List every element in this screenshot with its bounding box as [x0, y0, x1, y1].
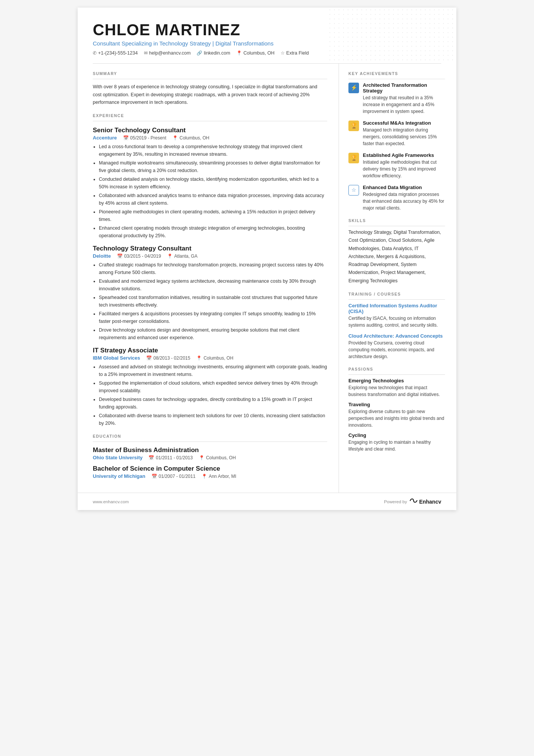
location-icon-1: 📍 [172, 135, 178, 141]
achievement-desc-1: Led strategy that resulted in a 35% incr… [363, 94, 445, 115]
star-icon: ☆ [351, 188, 356, 193]
phone-icon: ✆ [93, 50, 97, 56]
job-title-3: IT Strategy Associate [93, 347, 327, 354]
achievement-icon-box-4: ☆ [348, 185, 359, 196]
job-dates-3: 📅 08/2013 - 02/2015 [146, 355, 190, 361]
training-label: TRAINING / COURSES [348, 292, 445, 296]
calendar-icon-edu-1: 📅 [148, 455, 154, 460]
bullet-1-3: Conducted detailed analysis on technolog… [99, 175, 327, 191]
email-icon: ✉ [144, 50, 148, 56]
bullet-1-4: Collaborated with advanced analytics tea… [99, 192, 327, 207]
achievement-desc-3: Initiated agile methodologies that cut d… [363, 159, 445, 179]
enhancv-logo-icon [409, 498, 418, 506]
email-value: help@enhancv.com [149, 50, 191, 56]
achievements-label: KEY ACHIEVEMENTS [348, 71, 445, 76]
bolt-icon: ⚡ [351, 85, 357, 91]
training-item-1: Certified Information Systems Auditor (C… [348, 303, 445, 329]
passions-divider [348, 374, 445, 375]
job-meta-row-1: Accenture 📅 05/2019 - Present 📍 Columbus… [93, 135, 327, 141]
job-meta-row-2: Deloitte 📅 03/2015 - 04/2019 📍 Atlanta, … [93, 253, 327, 259]
powered-by-text: Powered by [384, 499, 407, 504]
passion-item-2: Traveling Exploring diverse cultures to … [348, 402, 445, 429]
summary-label: SUMMARY [93, 71, 327, 76]
bullet-3-3: Developed business cases for technology … [99, 396, 327, 411]
bullet-1-1: Led a cross-functional team to develop a… [99, 143, 327, 158]
achievement-desc-4: Redesigned data migration processes that… [363, 191, 445, 211]
phone-value: +1-(234)-555-1234 [98, 50, 138, 56]
contact-location: 📍 Columbus, OH [236, 50, 275, 56]
training-title-1: Certified Information Systems Auditor (C… [348, 303, 445, 314]
contact-email: ✉ help@enhancv.com [144, 50, 191, 56]
trophy-icon-2: 🏆 [351, 155, 357, 161]
passion-item-1: Emerging Technologies Exploring new tech… [348, 378, 445, 398]
location-icon-2: 📍 [167, 254, 173, 259]
achievement-item-1: ⚡ Architected Transformation Strategy Le… [348, 82, 445, 115]
achievements-divider [348, 79, 445, 79]
achievement-content-2: Successful M&As Integration Managed tech… [363, 120, 445, 147]
job-title-1: Senior Technology Consultant [93, 127, 327, 134]
candidate-name: CHLOE MARTINEZ [93, 21, 441, 39]
skills-divider [348, 226, 445, 226]
header-section: CHLOE MARTINEZ Consultant Specializing i… [78, 8, 456, 63]
job-bullets-1: Led a cross-functional team to develop a… [93, 143, 327, 239]
edu-dates-2: 📅 01/2007 - 01/2011 [151, 474, 195, 479]
job-location-3: 📍 Columbus, OH [196, 355, 233, 361]
training-desc-1: Certified by ISACA, focusing on informat… [348, 315, 445, 329]
location-icon-edu-2: 📍 [201, 474, 207, 479]
degree-2: Bachelor of Science in Computer Science [93, 465, 327, 473]
skills-label: SKILLS [348, 218, 445, 223]
star-small-icon: ☆ [281, 50, 285, 56]
passion-desc-1: Exploring new technologies that impact b… [348, 384, 445, 398]
job-bullets-2: Crafted strategic roadmaps for technolog… [93, 261, 327, 341]
footer-url: www.enhancv.com [93, 499, 129, 504]
calendar-icon-2: 📅 [117, 254, 123, 259]
job-dates-1: 📅 05/2019 - Present [123, 135, 166, 141]
bullet-3-1: Assessed and advised on strategic techno… [99, 363, 327, 378]
enhancv-logo: Enhancv [409, 498, 441, 506]
training-item-2: Cloud Architecture: Advanced Concepts Pr… [348, 333, 445, 360]
candidate-title: Consultant Specializing in Technology St… [93, 40, 441, 47]
contact-phone: ✆ +1-(234)-555-1234 [93, 50, 138, 56]
bullet-1-2: Managed multiple workstreams simultaneou… [99, 159, 327, 174]
bullet-3-4: Collaborated with diverse teams to imple… [99, 412, 327, 427]
skills-text: Technology Strategy, Digital Transformat… [348, 229, 445, 285]
school-2: University of Michigan [93, 473, 145, 479]
job-location-1: 📍 Columbus, OH [172, 135, 209, 141]
achievement-content-4: Enhanced Data Migration Redesigned data … [363, 185, 445, 211]
edu-meta-row-1: Ohio State University 📅 01/2011 - 01/201… [93, 455, 327, 460]
job-location-2: 📍 Atlanta, GA [167, 254, 197, 259]
bullet-1-6: Enhanced client operating models through… [99, 224, 327, 239]
job-company-2: Deloitte [93, 253, 111, 259]
achievement-content-1: Architected Transformation Strategy Led … [363, 82, 445, 115]
achievement-item-2: 🏆 Successful M&As Integration Managed te… [348, 120, 445, 147]
education-divider [93, 441, 327, 442]
job-dates-2: 📅 03/2015 - 04/2019 [117, 254, 161, 259]
passion-item-3: Cycling Engaging in cycling to maintain … [348, 432, 445, 452]
job-company-1: Accenture [93, 135, 117, 141]
achievement-title-3: Established Agile Frameworks [363, 152, 445, 158]
edu-dates-1: 📅 01/2011 - 01/2013 [148, 455, 192, 460]
location-icon: 📍 [236, 50, 242, 56]
training-desc-2: Provided by Coursera, covering cloud com… [348, 340, 445, 360]
degree-1: Master of Business Administration [93, 446, 327, 454]
location-value: Columbus, OH [244, 50, 275, 56]
edu-meta-row-2: University of Michigan 📅 01/2007 - 01/20… [93, 473, 327, 479]
achievement-icon-box-1: ⚡ [348, 83, 359, 93]
location-icon-3: 📍 [196, 355, 202, 361]
school-1: Ohio State University [93, 455, 142, 460]
education-label: EDUCATION [93, 434, 327, 438]
training-title-2: Cloud Architecture: Advanced Concepts [348, 333, 445, 339]
trophy-icon-1: 🏆 [351, 123, 357, 128]
contact-linkedin: 🔗 linkedin.com [197, 50, 230, 56]
summary-divider [93, 79, 327, 79]
edu-location-2: 📍 Ann Arbor, MI [201, 474, 236, 479]
linkedin-value: linkedin.com [204, 50, 230, 56]
left-column: SUMMARY With over 8 years of experience … [78, 64, 339, 493]
bullet-2-1: Crafted strategic roadmaps for technolog… [99, 261, 327, 276]
contact-bar: ✆ +1-(234)-555-1234 ✉ help@enhancv.com 🔗… [93, 50, 441, 56]
job-bullets-3: Assessed and advised on strategic techno… [93, 363, 327, 427]
bullet-3-2: Supported the implementation of cloud so… [99, 379, 327, 394]
bullet-2-4: Facilitated mergers & acquisitions proce… [99, 310, 327, 325]
passions-label: PASSIONS [348, 367, 445, 371]
link-icon: 🔗 [197, 50, 202, 56]
